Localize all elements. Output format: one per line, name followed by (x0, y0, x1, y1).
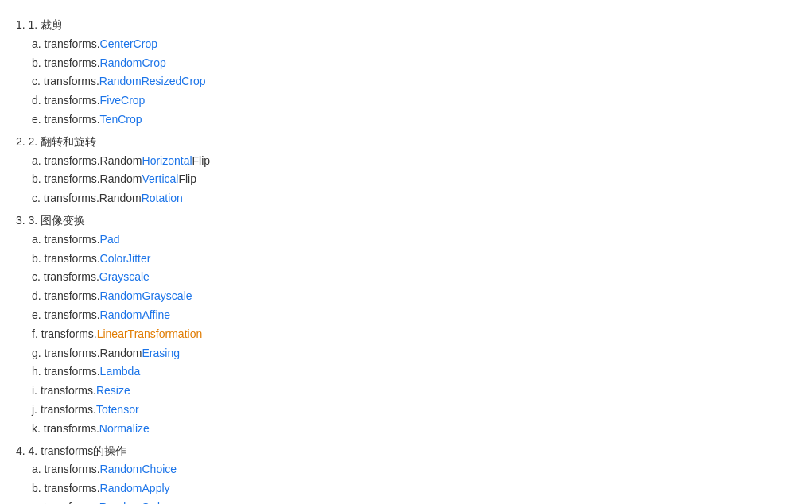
list-item: d. transforms.FiveCrop (32, 91, 796, 110)
section-item: 3. 图像变换a. transforms.Padb. transforms.Co… (16, 211, 796, 439)
section-item: 4. transforms的操作a. transforms.RandomChoi… (16, 442, 796, 504)
list-item: j. transforms.Totensor (32, 401, 796, 420)
list-item: d. transforms.RandomGrayscale (32, 287, 796, 306)
list-item: c. transforms.RandomRotation (32, 189, 796, 208)
list-item: c. transforms.RandomResizedCrop (32, 72, 796, 91)
list-item: e. transforms.TenCrop (32, 110, 796, 130)
section-item: 2. 翻转和旋转a. transforms.RandomHorizontalFl… (16, 133, 796, 208)
main-content: 1. 裁剪a. transforms.CenterCropb. transfor… (16, 16, 796, 504)
section-title: 2. 翻转和旋转 (29, 135, 97, 148)
section-list: 1. 裁剪a. transforms.CenterCropb. transfor… (16, 16, 796, 504)
section-item: 1. 裁剪a. transforms.CenterCropb. transfor… (16, 16, 796, 130)
sub-list: a. transforms.RandomChoiceb. transforms.… (32, 460, 796, 504)
list-item: a. transforms.RandomHorizontalFlip (32, 152, 796, 171)
section-title: 1. 裁剪 (29, 18, 64, 31)
list-item: g. transforms.RandomErasing (32, 344, 796, 363)
list-item: k. transforms.Normalize (32, 420, 796, 439)
list-item: b. transforms.ColorJitter (32, 250, 796, 269)
list-item: b. transforms.RandomApply (32, 479, 796, 498)
section-title: 4. transforms的操作 (29, 444, 127, 457)
list-item: a. transforms.CenterCrop (32, 35, 796, 54)
list-item: e. transforms.RandomAffine (32, 306, 796, 325)
sub-list: a. transforms.Padb. transforms.ColorJitt… (32, 231, 796, 439)
sub-list: a. transforms.CenterCropb. transforms.Ra… (32, 35, 796, 130)
list-item: b. transforms.RandomVerticalFlip (32, 170, 796, 189)
list-item: i. transforms.Resize (32, 382, 796, 401)
list-item: b. transforms.RandomCrop (32, 54, 796, 73)
list-item: a. transforms.Pad (32, 231, 796, 250)
list-item: f. transforms.LinearTransformation (32, 325, 796, 344)
list-item: c. transforms.Grayscale (32, 268, 796, 287)
sub-list: a. transforms.RandomHorizontalFlipb. tra… (32, 152, 796, 208)
section-title: 3. 图像变换 (29, 214, 86, 227)
list-item: c. transforms.RandomOrder (32, 498, 796, 504)
list-item: a. transforms.RandomChoice (32, 460, 796, 479)
list-item: h. transforms.Lambda (32, 362, 796, 382)
